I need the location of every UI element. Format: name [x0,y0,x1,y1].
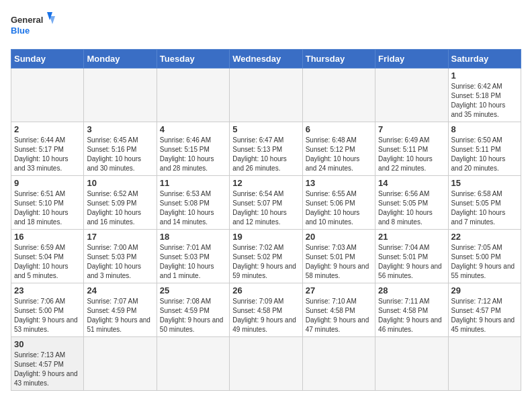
day-number: 25 [160,285,226,295]
weekday-header-wednesday: Wednesday [230,50,302,68]
calendar-cell: 10Sunrise: 6:52 AM Sunset: 5:09 PM Dayli… [84,176,157,230]
day-number: 1 [451,71,518,81]
day-number: 14 [378,178,445,188]
cell-content: Sunrise: 6:44 AM Sunset: 5:17 PM Dayligh… [14,136,81,173]
weekday-header-row: SundayMondayTuesdayWednesdayThursdayFrid… [11,50,521,68]
weekday-header-monday: Monday [84,50,157,68]
cell-content: Sunrise: 6:56 AM Sunset: 5:05 PM Dayligh… [378,189,445,227]
day-number: 6 [306,124,372,134]
calendar-cell: 6Sunrise: 6:48 AM Sunset: 5:12 PM Daylig… [302,122,375,176]
day-number: 4 [160,124,226,134]
calendar-cell: 27Sunrise: 7:10 AM Sunset: 4:58 PM Dayli… [302,283,375,337]
cell-content: Sunrise: 7:09 AM Sunset: 4:58 PM Dayligh… [232,297,299,334]
cell-content: Sunrise: 7:01 AM Sunset: 5:03 PM Dayligh… [160,243,226,281]
calendar-cell [157,68,229,122]
generalblue-logo: General Blue [11,11,58,41]
weekday-header-sunday: Sunday [11,50,84,68]
weekday-header-thursday: Thursday [302,50,375,68]
calendar-week-2: 2Sunrise: 6:44 AM Sunset: 5:17 PM Daylig… [11,122,521,176]
weekday-header-friday: Friday [375,50,448,68]
calendar-cell: 2Sunrise: 6:44 AM Sunset: 5:17 PM Daylig… [11,122,84,176]
cell-content: Sunrise: 6:59 AM Sunset: 5:04 PM Dayligh… [14,243,81,281]
day-number: 5 [232,124,299,134]
calendar-cell: 18Sunrise: 7:01 AM Sunset: 5:03 PM Dayli… [157,230,229,283]
cell-content: Sunrise: 6:42 AM Sunset: 5:18 PM Dayligh… [451,82,518,120]
day-number: 23 [14,285,81,295]
svg-marker-3 [50,16,55,24]
cell-content: Sunrise: 7:02 AM Sunset: 5:02 PM Dayligh… [232,243,299,281]
calendar-cell: 14Sunrise: 6:56 AM Sunset: 5:05 PM Dayli… [375,176,448,230]
calendar-cell [84,337,157,391]
calendar-cell: 1Sunrise: 6:42 AM Sunset: 5:18 PM Daylig… [448,68,521,122]
cell-content: Sunrise: 7:06 AM Sunset: 5:00 PM Dayligh… [14,297,81,334]
cell-content: Sunrise: 7:11 AM Sunset: 4:58 PM Dayligh… [378,297,445,334]
cell-content: Sunrise: 7:03 AM Sunset: 5:01 PM Dayligh… [306,243,372,281]
calendar-cell: 24Sunrise: 7:07 AM Sunset: 4:59 PM Dayli… [84,283,157,337]
cell-content: Sunrise: 6:58 AM Sunset: 5:05 PM Dayligh… [451,189,518,227]
calendar-cell: 7Sunrise: 6:49 AM Sunset: 5:11 PM Daylig… [375,122,448,176]
calendar-cell: 28Sunrise: 7:11 AM Sunset: 4:58 PM Dayli… [375,283,448,337]
calendar-cell [375,337,448,391]
calendar-cell: 9Sunrise: 6:51 AM Sunset: 5:10 PM Daylig… [11,176,84,230]
cell-content: Sunrise: 6:53 AM Sunset: 5:08 PM Dayligh… [160,189,226,227]
day-number: 11 [160,178,226,188]
weekday-header-tuesday: Tuesday [157,50,229,68]
calendar-cell: 5Sunrise: 6:47 AM Sunset: 5:13 PM Daylig… [230,122,302,176]
day-number: 7 [378,124,445,134]
calendar-cell [230,337,302,391]
calendar-cell [230,68,302,122]
cell-content: Sunrise: 6:48 AM Sunset: 5:12 PM Dayligh… [306,136,372,173]
day-number: 15 [451,178,518,188]
day-number: 3 [87,124,153,134]
cell-content: Sunrise: 7:10 AM Sunset: 4:58 PM Dayligh… [306,297,372,334]
svg-text:Blue: Blue [11,26,30,36]
weekday-header-saturday: Saturday [448,50,521,68]
logo: General Blue [11,11,58,41]
calendar-cell: 4Sunrise: 6:46 AM Sunset: 5:15 PM Daylig… [157,122,229,176]
day-number: 12 [232,178,299,188]
calendar-cell: 20Sunrise: 7:03 AM Sunset: 5:01 PM Dayli… [302,230,375,283]
day-number: 27 [306,285,372,295]
calendar-cell: 11Sunrise: 6:53 AM Sunset: 5:08 PM Dayli… [157,176,229,230]
day-number: 16 [14,232,81,242]
calendar-week-3: 9Sunrise: 6:51 AM Sunset: 5:10 PM Daylig… [11,176,521,230]
day-number: 24 [87,285,153,295]
calendar-cell: 23Sunrise: 7:06 AM Sunset: 5:00 PM Dayli… [11,283,84,337]
day-number: 28 [378,285,445,295]
day-number: 19 [232,232,299,242]
cell-content: Sunrise: 6:55 AM Sunset: 5:06 PM Dayligh… [306,189,372,227]
calendar-cell: 8Sunrise: 6:50 AM Sunset: 5:11 PM Daylig… [448,122,521,176]
calendar-cell [375,68,448,122]
calendar-cell: 3Sunrise: 6:45 AM Sunset: 5:16 PM Daylig… [84,122,157,176]
day-number: 29 [451,285,518,295]
cell-content: Sunrise: 6:51 AM Sunset: 5:10 PM Dayligh… [14,189,81,227]
calendar-cell [157,337,229,391]
cell-content: Sunrise: 7:05 AM Sunset: 5:00 PM Dayligh… [451,243,518,281]
day-number: 18 [160,232,226,242]
calendar-cell: 25Sunrise: 7:08 AM Sunset: 4:59 PM Dayli… [157,283,229,337]
calendar-cell [11,68,84,122]
cell-content: Sunrise: 7:00 AM Sunset: 5:03 PM Dayligh… [87,243,153,281]
cell-content: Sunrise: 6:49 AM Sunset: 5:11 PM Dayligh… [378,136,445,173]
cell-content: Sunrise: 6:52 AM Sunset: 5:09 PM Dayligh… [87,189,153,227]
day-number: 9 [14,178,81,188]
cell-content: Sunrise: 7:13 AM Sunset: 4:57 PM Dayligh… [14,351,81,388]
calendar-cell: 19Sunrise: 7:02 AM Sunset: 5:02 PM Dayli… [230,230,302,283]
calendar-cell [448,337,521,391]
day-number: 17 [87,232,153,242]
calendar-week-6: 30Sunrise: 7:13 AM Sunset: 4:57 PM Dayli… [11,337,521,391]
cell-content: Sunrise: 7:04 AM Sunset: 5:01 PM Dayligh… [378,243,445,281]
cell-content: Sunrise: 6:54 AM Sunset: 5:07 PM Dayligh… [232,189,299,227]
cell-content: Sunrise: 7:08 AM Sunset: 4:59 PM Dayligh… [160,297,226,334]
cell-content: Sunrise: 6:50 AM Sunset: 5:11 PM Dayligh… [451,136,518,173]
calendar-cell: 26Sunrise: 7:09 AM Sunset: 4:58 PM Dayli… [230,283,302,337]
cell-content: Sunrise: 7:07 AM Sunset: 4:59 PM Dayligh… [87,297,153,334]
calendar-cell: 17Sunrise: 7:00 AM Sunset: 5:03 PM Dayli… [84,230,157,283]
cell-content: Sunrise: 6:47 AM Sunset: 5:13 PM Dayligh… [232,136,299,173]
calendar-cell: 15Sunrise: 6:58 AM Sunset: 5:05 PM Dayli… [448,176,521,230]
calendar-cell [302,68,375,122]
calendar-cell: 22Sunrise: 7:05 AM Sunset: 5:00 PM Dayli… [448,230,521,283]
svg-text:General: General [11,15,43,25]
calendar-week-5: 23Sunrise: 7:06 AM Sunset: 5:00 PM Dayli… [11,283,521,337]
page-header: General Blue [11,11,521,41]
